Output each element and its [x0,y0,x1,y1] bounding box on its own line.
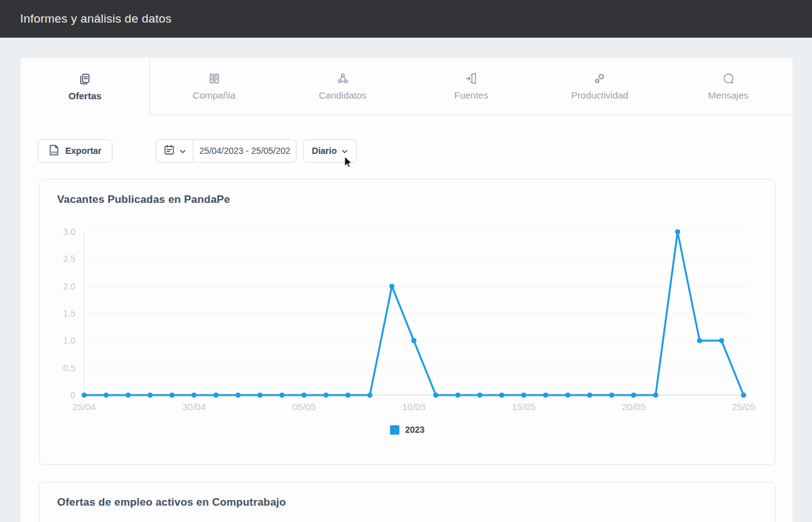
tab-label: Mensajes [708,90,749,101]
gridlines [84,232,748,395]
svg-text:25/05: 25/05 [732,401,755,412]
data-point [235,393,241,398]
data-point [455,393,460,398]
second-card-title: Ofertas de empleo activos en Computrabaj… [57,496,286,509]
vacancies-chart-card: Vacantes Publicadas en PandaPe 00.51.01.… [39,179,776,465]
tab-label: Ofertas [68,90,102,101]
export-label: Exportar [65,146,102,156]
data-point [214,393,219,398]
data-point [587,393,592,398]
export-button[interactable]: csv Exportar [38,139,112,163]
tab-compania[interactable]: Compañia [150,58,279,115]
buildings-icon [207,72,221,85]
chart-legend[interactable]: 2023 [40,425,775,435]
calendar-icon [163,144,175,158]
svg-text:0.5: 0.5 [63,363,76,373]
svg-text:10/05: 10/05 [402,401,426,412]
door-arrow-icon [464,72,478,85]
date-range-picker: 25/04/2023 - 25/05/202 [156,139,296,163]
axis-labels: 00.51.01.52.02.53.025/0430/0405/0510/051… [63,227,755,412]
chat-bubble-icon [722,72,735,85]
svg-text:05/05: 05/05 [292,401,316,412]
svg-text:1.0: 1.0 [63,335,76,345]
svg-text:30/04: 30/04 [182,401,206,412]
data-point [675,229,680,234]
people-network-icon [336,72,350,85]
tab-mensajes[interactable]: Mensajes [664,58,793,115]
data-point [301,393,306,398]
calendar-dropdown-button[interactable] [156,139,193,163]
data-point [543,393,548,398]
date-range-input[interactable]: 25/04/2023 - 25/05/202 [193,139,296,163]
tab-candidatos[interactable]: Candidatos [278,58,407,115]
report-toolbar: csv Exportar [38,139,357,163]
report-tabs: Ofertas Compañia [21,58,793,115]
svg-text:15/05: 15/05 [512,401,536,412]
data-point [499,393,504,398]
tab-fuentes[interactable]: Fuentes [407,58,536,115]
tab-productividad[interactable]: Productividad [536,58,664,115]
svg-text:2.0: 2.0 [63,281,76,291]
computrabajo-card: Ofertas de empleo activos en Computrabaj… [39,482,776,522]
data-point [433,393,438,398]
data-point [192,393,197,398]
tab-label: Candidatos [319,90,367,101]
data-point [82,393,87,398]
legend-label: 2023 [405,425,425,435]
data-point [257,393,263,398]
data-point [477,393,482,398]
data-point [565,393,570,398]
data-point [697,338,702,343]
tab-label: Productividad [571,90,629,101]
data-point [521,393,526,398]
tab-ofertas[interactable]: Ofertas [21,58,150,115]
legend-swatch-2023 [390,425,399,435]
chevron-down-icon [180,145,186,156]
data-point [126,393,131,398]
data-point [323,393,328,398]
data-point [345,393,350,398]
svg-text:0: 0 [70,390,75,400]
data-point [148,393,153,398]
svg-text:25/04: 25/04 [72,401,96,412]
documents-icon [78,72,92,86]
gears-icon [593,72,607,85]
data-point [609,393,614,398]
data-point [741,393,746,398]
data-point [367,393,372,398]
main-panel: Ofertas Compañia [21,58,793,522]
csv-file-icon: csv [48,144,60,158]
svg-text:20/05: 20/05 [622,401,646,412]
frequency-dropdown[interactable]: Diario [303,139,357,163]
chevron-down-icon [342,146,348,156]
data-point [389,284,394,289]
svg-text:3.0: 3.0 [63,227,76,237]
svg-text:1.5: 1.5 [63,308,76,318]
svg-text:2.5: 2.5 [63,254,76,264]
svg-text:csv: csv [51,150,58,153]
data-point [279,393,284,398]
tab-label: Compañia [193,90,235,101]
data-point [631,393,636,398]
app-header: Informes y análisis de datos [0,0,812,38]
frequency-value: Diario [312,146,337,156]
data-point [104,393,109,398]
page-title: Informes y análisis de datos [20,12,171,26]
tab-label: Fuentes [454,90,488,101]
data-point [170,393,175,398]
data-point [653,393,658,398]
line-chart: 00.51.01.52.02.53.025/0430/0405/0510/051… [40,180,775,464]
data-point [411,338,416,343]
data-point [719,338,724,343]
